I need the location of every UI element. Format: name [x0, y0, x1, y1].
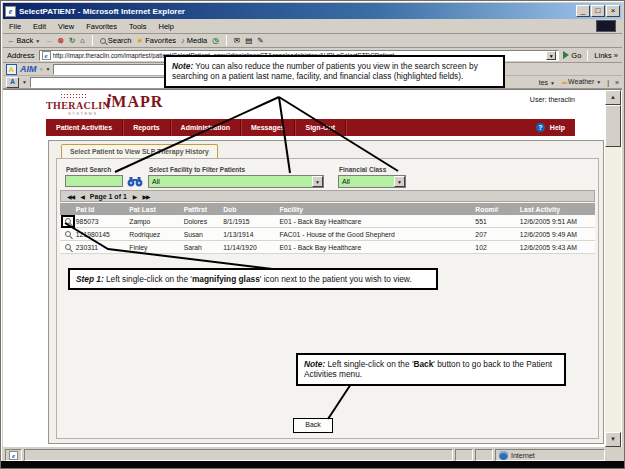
menu-favorites[interactable]: Favorites — [86, 22, 117, 31]
links-button[interactable]: Links» — [594, 51, 618, 60]
magnifying-glass-icon[interactable] — [65, 244, 71, 250]
more-chevrons-icon[interactable]: » — [615, 79, 619, 86]
title-bar: e SelectPATIENT - Microsoft Internet Exp… — [3, 3, 622, 19]
nav-administration[interactable]: Administration — [171, 119, 241, 136]
financial-class-select[interactable]: All▼ — [338, 175, 406, 188]
nav-help[interactable]: ?Help — [536, 123, 575, 132]
tab-select-patient[interactable]: Select Patient to View SLP Therapy Histo… — [61, 144, 218, 158]
status-icon-pane: e — [5, 449, 22, 461]
menu-edit[interactable]: Edit — [33, 22, 46, 31]
callout-bottom-note: Note: Left single-click on the 'Back' bu… — [296, 353, 566, 386]
nav-patient-activities[interactable]: Patient Activities — [46, 119, 123, 136]
patient-table: Pat Id Pat Last Patfirst Dob Facility Ro… — [60, 203, 595, 254]
help-icon: ? — [536, 123, 545, 132]
bottom-black-strip — [1, 461, 625, 468]
aim-a-dropdown-icon[interactable]: ▼ — [22, 79, 27, 85]
callout-step1: Step 1: Left single-click on the 'magnif… — [68, 268, 438, 290]
close-button[interactable]: × — [606, 5, 620, 17]
scroll-down-icon[interactable]: ▼ — [605, 432, 621, 447]
aim-running-man-icon: A — [6, 64, 17, 75]
stop-icon[interactable]: ⊗ — [58, 36, 64, 45]
col-dob: Dob — [223, 206, 279, 213]
col-patfirst: Patfirst — [184, 206, 224, 213]
aim-reg-mark: ® — [40, 67, 43, 72]
page-indicator: Page 1 of 1 — [90, 193, 127, 200]
toolbar-separator — [226, 35, 227, 46]
go-button[interactable]: Go — [563, 51, 581, 60]
favorites-button[interactable]: ★Favorites — [137, 36, 177, 45]
financial-class-label: Financial Class — [339, 166, 386, 173]
address-separator — [587, 50, 588, 61]
address-dropdown-icon[interactable]: ▼ — [546, 51, 556, 60]
toolbar-separator — [92, 35, 93, 46]
back-button-toolbar[interactable]: ←Back▼ — [7, 36, 40, 45]
col-pat-id: Pat Id — [76, 206, 129, 213]
go-icon — [563, 51, 569, 59]
facility-select[interactable]: All▼ — [148, 175, 324, 188]
resize-grip[interactable] — [607, 449, 620, 461]
home-icon[interactable]: ⌂ — [80, 36, 85, 45]
url-page-icon: e — [42, 51, 51, 60]
back-dropdown-icon[interactable]: ▼ — [35, 38, 40, 44]
aim-brand: AIM — [20, 64, 37, 74]
status-page-icon: e — [9, 451, 18, 460]
first-page-icon[interactable]: ◀◀ — [67, 193, 74, 200]
scroll-up-icon[interactable]: ▲ — [605, 90, 621, 105]
edit-icon[interactable]: ✎ — [257, 36, 263, 45]
refresh-icon[interactable]: ↻ — [69, 36, 75, 45]
last-page-icon[interactable]: ▶▶ — [142, 193, 149, 200]
nav-sign-out[interactable]: Sign-Out — [295, 119, 346, 136]
standard-toolbar: ←Back▼ → ⊗ ↻ ⌂ Search ★Favorites ♪Media … — [3, 34, 622, 48]
quotes-menu[interactable]: tes ▼ — [539, 79, 555, 86]
aim-dropdown-icon[interactable]: ▼ — [45, 66, 50, 72]
search-icon — [100, 38, 106, 44]
menu-view[interactable]: View — [58, 22, 74, 31]
history-icon[interactable]: ◷ — [212, 36, 219, 45]
weather-menu[interactable]: ☁Weather ▼ — [561, 78, 601, 86]
col-last-activity: Last Activity — [520, 206, 595, 213]
magnifying-glass-icon[interactable] — [65, 231, 71, 237]
windows-logo — [596, 20, 616, 32]
menu-help[interactable]: Help — [159, 22, 174, 31]
magnifying-glass-highlight-box — [61, 215, 75, 228]
financial-dropdown-icon[interactable]: ▼ — [394, 176, 405, 187]
pagination-bar: ◀◀ ◀ Page 1 of 1 ▶ ▶▶ — [60, 190, 595, 202]
print-icon[interactable]: ▤ — [245, 36, 252, 45]
minimize-button[interactable]: _ — [576, 5, 590, 17]
browser-window: e SelectPATIENT - Microsoft Internet Exp… — [0, 0, 625, 469]
window-title: SelectPATIENT - Microsoft Internet Explo… — [19, 7, 575, 16]
media-button[interactable]: ♪Media — [181, 36, 207, 45]
favorites-star-icon: ★ — [137, 36, 144, 45]
weather-icon: ☁ — [561, 78, 568, 85]
binoculars-search-icon[interactable] — [127, 176, 143, 187]
magnifying-glass-icon[interactable] — [65, 218, 71, 224]
media-icon: ♪ — [181, 36, 185, 45]
vertical-scrollbar[interactable]: ▲ ▼ — [605, 90, 621, 447]
col-facility: Facility — [280, 206, 476, 213]
menu-tools[interactable]: Tools — [129, 22, 147, 31]
nav-messages[interactable]: Messages — [241, 119, 295, 136]
prev-page-icon[interactable]: ◀ — [80, 193, 84, 200]
imapr-logo: iMAPR — [106, 90, 163, 112]
col-pat-last: Pat Last — [129, 206, 183, 213]
nav-reports[interactable]: Reports — [123, 119, 170, 136]
back-icon: ← — [7, 36, 15, 45]
patient-search-input[interactable] — [65, 175, 123, 187]
forward-button[interactable]: → — [45, 36, 53, 45]
status-pane — [475, 449, 493, 461]
status-zone-pane: Internet — [495, 449, 605, 461]
status-pane — [455, 449, 473, 461]
next-page-icon[interactable]: ▶ — [133, 193, 137, 200]
aim-a-icon[interactable]: A — [6, 77, 19, 88]
scrollbar-thumb[interactable] — [605, 105, 621, 147]
maximize-button[interactable]: □ — [591, 5, 605, 17]
logged-in-user: User: theraclin — [433, 96, 575, 103]
mail-icon[interactable]: ✉ — [234, 36, 240, 45]
status-message-pane — [24, 449, 453, 461]
toolbar-pipe: | — [607, 79, 609, 86]
table-row: 230311 Finley Sarah 11/14/1920 E01 - Bac… — [60, 241, 595, 254]
search-button[interactable]: Search — [100, 36, 132, 45]
menu-file[interactable]: File — [9, 22, 21, 31]
facility-dropdown-icon[interactable]: ▼ — [312, 176, 323, 187]
back-button[interactable]: Back — [293, 418, 333, 433]
